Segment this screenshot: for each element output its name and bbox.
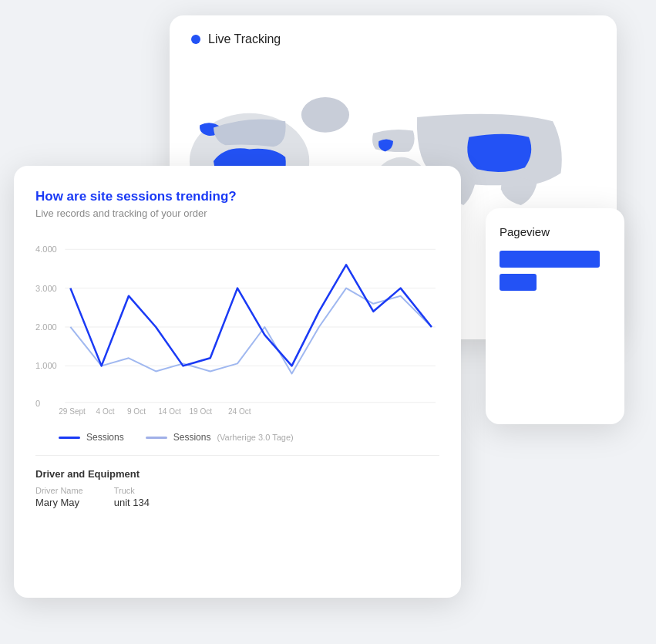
truck-value: unit 134 bbox=[114, 497, 150, 508]
chart-legend: Sessions Sessions (Varherige 3.0 Tage) bbox=[35, 432, 439, 443]
live-tracking-header: Live Tracking bbox=[170, 15, 617, 54]
svg-text:4 Oct: 4 Oct bbox=[96, 407, 115, 416]
svg-text:19 Oct: 19 Oct bbox=[190, 407, 213, 416]
svg-point-3 bbox=[301, 97, 349, 133]
driver-row: Driver Name Mary May Truck unit 134 bbox=[35, 486, 439, 508]
divider bbox=[35, 455, 439, 456]
legend-sessions-light-label: Sessions bbox=[173, 432, 211, 443]
truck-label: Truck bbox=[114, 486, 150, 495]
svg-text:2.000: 2.000 bbox=[35, 322, 57, 332]
driver-section-title: Driver and Equipment bbox=[35, 468, 439, 480]
svg-text:24 Oct: 24 Oct bbox=[228, 407, 251, 416]
pageview-bar-1 bbox=[500, 251, 600, 268]
svg-text:1.000: 1.000 bbox=[35, 361, 57, 370]
legend-line-light bbox=[146, 437, 167, 439]
svg-text:9 Oct: 9 Oct bbox=[127, 407, 146, 416]
legend-line-solid bbox=[59, 437, 80, 439]
svg-text:29 Sept: 29 Sept bbox=[59, 407, 86, 416]
legend-sessions-light: Sessions (Varherige 3.0 Tage) bbox=[146, 432, 294, 443]
chart-svg: 4.000 3.000 2.000 1.000 0 29 Sept 4 Oct … bbox=[35, 236, 439, 421]
live-tracking-label: Live Tracking bbox=[208, 32, 281, 46]
truck-col: Truck unit 134 bbox=[114, 486, 150, 508]
live-dot-icon bbox=[191, 35, 200, 44]
svg-text:3.000: 3.000 bbox=[35, 284, 57, 293]
svg-text:14 Oct: 14 Oct bbox=[158, 407, 181, 416]
driver-name-col: Driver Name Mary May bbox=[35, 486, 83, 508]
sessions-chart-card: How are site sessions trending? Live rec… bbox=[14, 166, 461, 598]
legend-sessions-sub: (Varherige 3.0 Tage) bbox=[217, 433, 293, 442]
legend-sessions-solid: Sessions bbox=[59, 432, 124, 443]
legend-sessions-label: Sessions bbox=[86, 432, 124, 443]
chart-subtitle: Live records and tracking of your order bbox=[35, 207, 439, 219]
chart-area: 4.000 3.000 2.000 1.000 0 29 Sept 4 Oct … bbox=[35, 236, 439, 421]
svg-text:4.000: 4.000 bbox=[35, 244, 57, 254]
driver-name-value: Mary May bbox=[35, 497, 79, 508]
svg-text:0: 0 bbox=[35, 399, 40, 408]
pageview-bar-2 bbox=[500, 274, 537, 291]
pageview-title: Pageview bbox=[500, 225, 611, 238]
driver-name-label: Driver Name bbox=[35, 486, 83, 495]
pageview-card: Pageview bbox=[486, 208, 624, 424]
chart-title: How are site sessions trending? bbox=[35, 189, 439, 204]
